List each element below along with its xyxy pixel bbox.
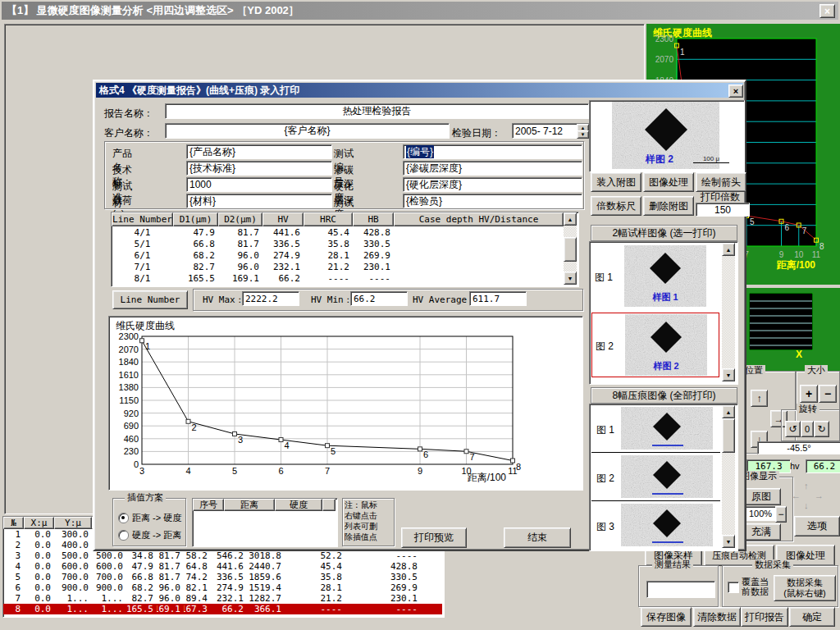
- sample-image-list[interactable]: 图 1样图 1图 2样图 2▲▼: [589, 241, 738, 385]
- interp-note: 注：鼠标 右键点击 列表可删 除插值点: [342, 498, 395, 546]
- column-header[interactable]: Case depth HV/Distance: [394, 212, 564, 226]
- measure-result-field[interactable]: [646, 581, 715, 598]
- sample-thumbnail[interactable]: 样图 2: [625, 314, 707, 376]
- scroll-up-button[interactable]: ▲: [722, 243, 735, 256]
- zoom-value-field[interactable]: 100%: [742, 506, 779, 521]
- save-image-button[interactable]: 保存图像: [641, 607, 692, 627]
- dialog-titlebar[interactable]: 格式4 《硬度测量报告》(曲线+压痕) 录入打印: [96, 83, 743, 98]
- acquire-button[interactable]: 数据采集 (鼠标右键): [774, 575, 836, 601]
- column-header[interactable]: Y:μ: [54, 517, 92, 529]
- list-item[interactable]: 图 1样图 1: [591, 244, 719, 309]
- indent-thumbnail[interactable]: [621, 455, 713, 498]
- hv-max-field[interactable]: 2222.2: [242, 291, 299, 306]
- scroll-thumb[interactable]: [564, 237, 577, 262]
- indent-thumbnail[interactable]: [621, 504, 713, 546]
- column-header[interactable]: Line Number: [112, 212, 173, 226]
- field-input[interactable]: {材料}: [186, 194, 332, 208]
- column-header[interactable]: 序号: [193, 499, 224, 511]
- scroll-up-button[interactable]: ▲: [564, 212, 577, 226]
- table-row[interactable]: 6/168.296.0274.928.1269.9: [112, 249, 564, 261]
- spin-down-icon: ▼: [581, 132, 586, 137]
- table-row[interactable]: 4/147.981.7441.645.4428.8: [112, 226, 564, 238]
- data-acquire-label: 数据采集: [752, 559, 793, 570]
- print-preview-button[interactable]: 打印预览: [401, 527, 467, 548]
- field-input[interactable]: {硬化层深度}: [403, 177, 582, 192]
- table-cell: 0.0: [24, 604, 54, 614]
- overwrite-checkbox[interactable]: [728, 582, 739, 593]
- scroll-down-button[interactable]: ▼: [564, 272, 577, 285]
- table-row[interactable]: 70.01...1...82.796.089.4232.11282.721.22…: [3, 593, 442, 604]
- print-zoom-field[interactable]: 150: [696, 203, 750, 217]
- table-row[interactable]: 8/1165.5169.166.2--------: [112, 272, 564, 284]
- load-image-button[interactable]: 装入附图: [591, 172, 641, 192]
- scroll-down-button[interactable]: ▼: [722, 535, 735, 548]
- customer-name-field[interactable]: {客户名称}: [165, 123, 450, 139]
- fit-button[interactable]: 充满: [742, 523, 781, 541]
- table-row[interactable]: 80.01...1...165.5169.1167.366.2366.1----…: [3, 604, 442, 614]
- zoom-minus-button[interactable]: −: [775, 506, 787, 523]
- field-input[interactable]: {产品名称}: [186, 144, 332, 159]
- original-size-button[interactable]: 原图: [742, 488, 781, 505]
- list-item[interactable]: 图 1: [591, 405, 720, 453]
- column-header[interactable]: 距离: [224, 499, 275, 511]
- column-header[interactable]: 硬度: [275, 499, 322, 511]
- window-close-button[interactable]: ×: [819, 4, 835, 18]
- column-header[interactable]: HV: [262, 212, 304, 226]
- size-minus-button[interactable]: −: [819, 385, 837, 403]
- table-row[interactable]: 7/182.796.0232.121.2230.1: [112, 261, 564, 272]
- indent-image-list[interactable]: 图 1图 2图 3▲▼: [589, 404, 738, 551]
- rotate-zero-button[interactable]: 0: [801, 421, 814, 437]
- sample-thumbnail[interactable]: 样图 1: [624, 245, 706, 307]
- line-number-button[interactable]: Line Number: [112, 290, 188, 309]
- table-row[interactable]: 40.0600.0600.047.981.764.8441.62440.745.…: [3, 561, 442, 572]
- scroll-thumb[interactable]: [722, 418, 735, 453]
- interp-table[interactable]: 序号距离硬度: [192, 498, 338, 547]
- column-header[interactable]: HRC: [304, 212, 353, 226]
- column-header[interactable]: D2(μm): [218, 212, 262, 226]
- pan-cross-icon[interactable]: ↑ ← → ↓: [789, 481, 827, 512]
- field-input[interactable]: {技术标准}: [186, 161, 332, 176]
- options-button[interactable]: 选项: [794, 516, 840, 536]
- radio-dist-to-hard[interactable]: 距离 -> 硬度: [118, 512, 181, 524]
- end-button[interactable]: 结束: [504, 527, 571, 548]
- date-spin-down-button[interactable]: ▼: [577, 130, 589, 139]
- scrollbar[interactable]: ▲▼: [564, 212, 577, 285]
- report-name-field[interactable]: 热处理检验报告: [165, 103, 589, 119]
- column-header[interactable]: №: [3, 517, 24, 529]
- hv-average-field[interactable]: 611.7: [469, 291, 527, 306]
- table-row[interactable]: 50.0700.0700.066.881.774.2336.51859.635.…: [3, 572, 442, 582]
- table-row[interactable]: 60.0900.0900.068.296.082.1274.91519.428.…: [3, 582, 442, 593]
- print-report-button[interactable]: 打印报告: [741, 607, 788, 627]
- size-plus-button[interactable]: +: [800, 385, 818, 403]
- scroll-up-button[interactable]: ▲: [722, 405, 735, 418]
- list-item[interactable]: 图 3: [591, 502, 720, 550]
- rotate-ccw-button[interactable]: ↺: [785, 421, 801, 437]
- draw-arrow-button[interactable]: 绘制箭头: [696, 172, 746, 192]
- delete-image-button[interactable]: 删除附图: [643, 196, 694, 216]
- column-header[interactable]: D1(μm): [173, 212, 218, 226]
- table-row[interactable]: 30.0500.0500.034.881.758.2546.23018.852.…: [3, 550, 442, 561]
- ok-button[interactable]: 确定: [789, 607, 835, 627]
- scale-ruler-button[interactable]: 倍数标尺: [591, 196, 641, 216]
- list-item[interactable]: 图 2: [591, 454, 720, 501]
- column-header[interactable]: HB: [353, 212, 394, 226]
- radio-hard-to-dist[interactable]: 硬度 -> 距离: [118, 529, 181, 541]
- field-input[interactable]: {检验员}: [403, 194, 582, 208]
- table-row[interactable]: 5/166.881.7336.535.8330.5: [112, 238, 564, 249]
- hv-min-field[interactable]: 66.2: [350, 291, 408, 306]
- indent-thumbnail[interactable]: [621, 407, 713, 450]
- clear-data-button[interactable]: 清除数据: [693, 607, 741, 627]
- results-table[interactable]: Line NumberD1(μm)D2(μm)HVHRCHBCase depth…: [111, 212, 579, 287]
- scroll-down-button[interactable]: ▼: [722, 368, 735, 381]
- scrollbar[interactable]: ▲▼: [722, 405, 735, 548]
- column-header[interactable]: X:μ: [24, 517, 54, 529]
- side-image-process-button[interactable]: 图像处理: [643, 172, 694, 192]
- move-up-button[interactable]: ↑: [751, 390, 768, 407]
- scrollbar[interactable]: ▲▼: [722, 243, 735, 381]
- rotate-cw-button[interactable]: ↻: [814, 421, 829, 437]
- field-input[interactable]: {编号}: [403, 144, 582, 159]
- dialog-close-button[interactable]: ×: [728, 84, 743, 98]
- field-input[interactable]: 1000: [186, 177, 332, 192]
- list-item[interactable]: 图 2样图 2: [591, 313, 719, 377]
- field-input[interactable]: {渗碳层深度}: [403, 161, 582, 176]
